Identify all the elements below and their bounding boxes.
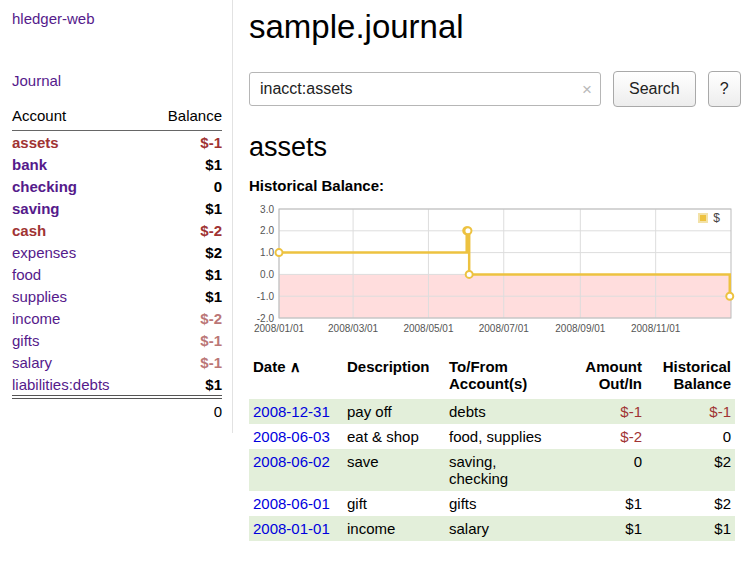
account-link-expenses[interactable]: expenses — [12, 244, 76, 261]
historical-balance-chart: 3.02.01.00.0-1.0-2.02008/01/012008/03/01… — [249, 202, 735, 344]
account-link-assets[interactable]: assets — [12, 134, 59, 151]
chart-svg: 3.02.01.00.0-1.0-2.02008/01/012008/03/01… — [249, 202, 735, 344]
svg-text:2008/03/01: 2008/03/01 — [328, 323, 378, 334]
account-link-supplies[interactable]: supplies — [12, 288, 67, 305]
account-link-liabilities-debts[interactable]: liabilities:debts — [12, 376, 110, 393]
sidebar-item-journal[interactable]: Journal — [12, 72, 222, 89]
register-accounts: gifts — [445, 491, 569, 516]
main-content: sample.journal × Search ? assets Histori… — [233, 0, 742, 582]
register-header-accounts: To/From Account(s) — [445, 356, 569, 399]
account-row: liabilities:debts $1 — [12, 373, 222, 397]
account-row: supplies $1 — [12, 285, 222, 307]
register-date-link[interactable]: 2008-06-01 — [253, 495, 330, 512]
register-header-amount: Amount Out/In — [569, 356, 646, 399]
register-amount: $-1 — [569, 399, 646, 424]
accounts-table: Account Balance assets $-1 bank $1 check… — [12, 103, 222, 423]
register-date-link[interactable]: 2008-06-03 — [253, 428, 330, 445]
account-link-bank[interactable]: bank — [12, 156, 47, 173]
account-row: saving $1 — [12, 197, 222, 219]
register-accounts: saving, checking — [445, 449, 569, 491]
svg-text:2008/09/01: 2008/09/01 — [555, 323, 605, 334]
legend-swatch — [698, 213, 708, 223]
register-header-date-label: Date — [253, 358, 286, 375]
clear-search-icon[interactable]: × — [582, 81, 592, 98]
register-header-balance: Historical Balance — [646, 356, 735, 399]
chart-legend: $ — [695, 210, 723, 226]
search-form: × Search ? — [249, 71, 741, 107]
register-description: income — [343, 516, 445, 541]
account-row: checking 0 — [12, 175, 222, 197]
account-balance: 0 — [147, 175, 222, 197]
account-link-gifts[interactable]: gifts — [12, 332, 40, 349]
svg-text:2008/05/01: 2008/05/01 — [403, 323, 453, 334]
account-balance: $1 — [147, 153, 222, 175]
register-balance: $1 — [646, 516, 735, 541]
page: hledger-web Journal Account Balance asse… — [0, 0, 742, 582]
register-balance: $-1 — [646, 399, 735, 424]
register-table: Date ∧ Description To/From Account(s) Am… — [249, 356, 735, 541]
svg-text:3.0: 3.0 — [260, 204, 274, 215]
account-link-saving[interactable]: saving — [12, 200, 60, 217]
accounts-header-balance: Balance — [147, 103, 222, 131]
svg-text:0.0: 0.0 — [260, 269, 274, 280]
account-link-food[interactable]: food — [12, 266, 41, 283]
account-link-income[interactable]: income — [12, 310, 60, 327]
svg-text:2008/07/01: 2008/07/01 — [479, 323, 529, 334]
account-balance: $1 — [147, 263, 222, 285]
legend-label: $ — [713, 211, 720, 225]
register-description: gift — [343, 491, 445, 516]
register-amount: $1 — [569, 491, 646, 516]
svg-text:2008/01/01: 2008/01/01 — [254, 323, 304, 334]
account-link-cash[interactable]: cash — [12, 222, 46, 239]
register-balance: $2 — [646, 449, 735, 491]
accounts-total: 0 — [147, 397, 222, 423]
register-header-date[interactable]: Date ∧ — [249, 356, 343, 399]
register-description: pay off — [343, 399, 445, 424]
account-balance: $-2 — [147, 219, 222, 241]
accounts-header-account: Account — [12, 103, 147, 131]
register-row: 2008-06-03 eat & shop food, supplies $-2… — [249, 424, 735, 449]
account-balance: $-1 — [147, 351, 222, 373]
register-date-link[interactable]: 2008-12-31 — [253, 403, 330, 420]
account-link-salary[interactable]: salary — [12, 354, 52, 371]
account-row: bank $1 — [12, 153, 222, 175]
brand-link[interactable]: hledger-web — [12, 10, 222, 27]
accounts-total-row: 0 — [12, 397, 222, 423]
register-row: 2008-12-31 pay off debts $-1 $-1 — [249, 399, 735, 424]
account-row: cash $-2 — [12, 219, 222, 241]
account-row: income $-2 — [12, 307, 222, 329]
account-row: gifts $-1 — [12, 329, 222, 351]
account-balance: $1 — [147, 373, 222, 397]
svg-text:1.0: 1.0 — [260, 247, 274, 258]
search-button[interactable]: Search — [613, 71, 696, 107]
register-date-link[interactable]: 2008-06-02 — [253, 453, 330, 470]
svg-text:2008/11/01: 2008/11/01 — [631, 323, 681, 334]
register-balance: 0 — [646, 424, 735, 449]
account-row: expenses $2 — [12, 241, 222, 263]
search-input[interactable] — [249, 72, 601, 106]
account-balance: $1 — [147, 197, 222, 219]
account-balance: $2 — [147, 241, 222, 263]
register-description: save — [343, 449, 445, 491]
account-balance: $-1 — [147, 329, 222, 351]
register-accounts: food, supplies — [445, 424, 569, 449]
register-amount: $-2 — [569, 424, 646, 449]
register-accounts: debts — [445, 399, 569, 424]
register-amount: 0 — [569, 449, 646, 491]
register-accounts: salary — [445, 516, 569, 541]
register-balance: $2 — [646, 491, 735, 516]
help-button[interactable]: ? — [708, 71, 741, 107]
account-row: assets $-1 — [12, 131, 222, 154]
sort-ascending-icon: ∧ — [290, 358, 301, 375]
account-row: food $1 — [12, 263, 222, 285]
sidebar: hledger-web Journal Account Balance asse… — [0, 0, 233, 433]
account-link-checking[interactable]: checking — [12, 178, 77, 195]
register-header-row: Date ∧ Description To/From Account(s) Am… — [249, 356, 735, 399]
register-amount: $1 — [569, 516, 646, 541]
register-date-link[interactable]: 2008-01-01 — [253, 520, 330, 537]
register-row: 2008-06-02 save saving, checking 0 $2 — [249, 449, 735, 491]
svg-text:-1.0: -1.0 — [257, 291, 275, 302]
svg-text:2.0: 2.0 — [260, 225, 274, 236]
account-heading: assets — [249, 132, 741, 163]
page-title: sample.journal — [249, 8, 741, 46]
